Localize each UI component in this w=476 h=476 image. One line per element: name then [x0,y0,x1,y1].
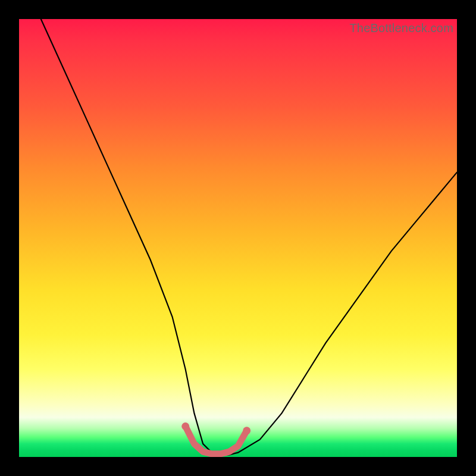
chart-frame: TheBottleneck.com [0,0,476,476]
highlight-dot-left [181,422,189,430]
watermark-text: TheBottleneck.com [349,21,453,35]
optimal-zone-highlight [186,427,247,454]
highlight-dot-right [243,427,250,434]
curve-layer [19,19,457,457]
bottleneck-curve [41,19,457,455]
plot-area: TheBottleneck.com [19,19,457,457]
